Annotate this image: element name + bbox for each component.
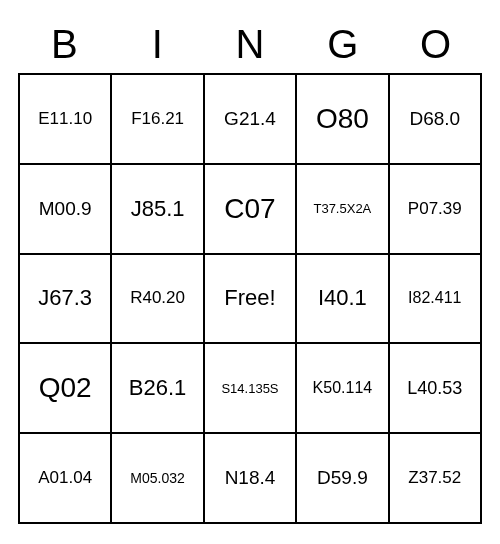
bingo-cell[interactable]: M05.032 (111, 433, 203, 523)
bingo-cell[interactable]: Z37.52 (389, 433, 481, 523)
header-n: N (204, 15, 297, 73)
bingo-cell[interactable]: F16.21 (111, 74, 203, 164)
bingo-cell[interactable]: C07 (204, 164, 296, 254)
bingo-cell[interactable]: J85.1 (111, 164, 203, 254)
bingo-cell[interactable]: S14.135S (204, 343, 296, 433)
bingo-cell[interactable]: J67.3 (19, 254, 111, 344)
bingo-cell[interactable]: I40.1 (296, 254, 388, 344)
bingo-grid: E11.10 F16.21 G21.4 O80 D68.0 M00.9 J85.… (18, 73, 482, 524)
bingo-cell[interactable]: B26.1 (111, 343, 203, 433)
bingo-cell[interactable]: D68.0 (389, 74, 481, 164)
bingo-cell[interactable]: P07.39 (389, 164, 481, 254)
header-g: G (296, 15, 389, 73)
bingo-card: B I N G O E11.10 F16.21 G21.4 O80 D68.0 … (18, 15, 482, 524)
bingo-cell[interactable]: M00.9 (19, 164, 111, 254)
bingo-cell[interactable]: Q02 (19, 343, 111, 433)
header-b: B (18, 15, 111, 73)
bingo-cell[interactable]: D59.9 (296, 433, 388, 523)
bingo-free-cell[interactable]: Free! (204, 254, 296, 344)
header-o: O (389, 15, 482, 73)
bingo-cell[interactable]: I82.411 (389, 254, 481, 344)
bingo-cell[interactable]: K50.114 (296, 343, 388, 433)
bingo-cell[interactable]: N18.4 (204, 433, 296, 523)
bingo-header-row: B I N G O (18, 15, 482, 73)
bingo-cell[interactable]: E11.10 (19, 74, 111, 164)
bingo-cell[interactable]: O80 (296, 74, 388, 164)
bingo-cell[interactable]: G21.4 (204, 74, 296, 164)
header-i: I (111, 15, 204, 73)
bingo-cell[interactable]: L40.53 (389, 343, 481, 433)
bingo-cell[interactable]: R40.20 (111, 254, 203, 344)
bingo-cell[interactable]: T37.5X2A (296, 164, 388, 254)
bingo-cell[interactable]: A01.04 (19, 433, 111, 523)
